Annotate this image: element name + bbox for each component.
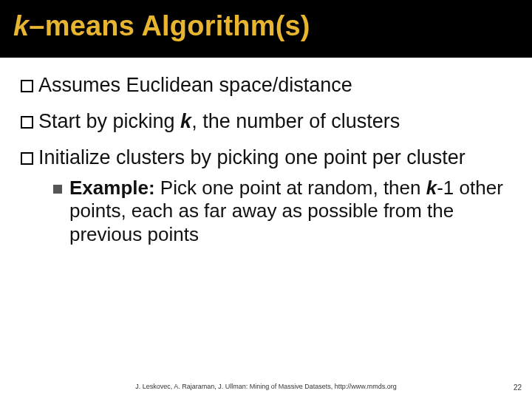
square-bullet-icon xyxy=(21,80,33,92)
bullet-2-text: Start by picking k, the number of cluste… xyxy=(38,110,511,133)
bullet-3-text: Initialize clusters by picking one point… xyxy=(38,146,511,169)
square-bullet-icon xyxy=(21,116,33,129)
title-italic-k: k xyxy=(13,10,29,41)
filled-square-bullet-icon xyxy=(53,185,62,194)
page-number: 22 xyxy=(514,383,522,392)
slide-title: k–means Algorithm(s) xyxy=(13,10,519,42)
sub-bullet-group: Example: Pick one point at random, then … xyxy=(53,177,511,246)
bullet-3: Initialize clusters by picking one point… xyxy=(21,146,511,169)
content-area: Assumes Euclidean space/distance Start b… xyxy=(0,58,532,246)
bullet-1: Assumes Euclidean space/distance xyxy=(21,74,511,97)
bullet-2: Start by picking k, the number of cluste… xyxy=(21,110,511,133)
sub-bullet-1: Example: Pick one point at random, then … xyxy=(53,177,511,246)
footer-citation: J. Leskovec, A. Rajaraman, J. Ullman: Mi… xyxy=(0,383,532,390)
sub-bullet-1-text: Example: Pick one point at random, then … xyxy=(69,177,511,246)
title-bar: k–means Algorithm(s) xyxy=(0,0,532,58)
bullet-1-text: Assumes Euclidean space/distance xyxy=(38,74,511,97)
title-rest: –means Algorithm(s) xyxy=(29,10,310,41)
square-bullet-icon xyxy=(21,152,33,165)
